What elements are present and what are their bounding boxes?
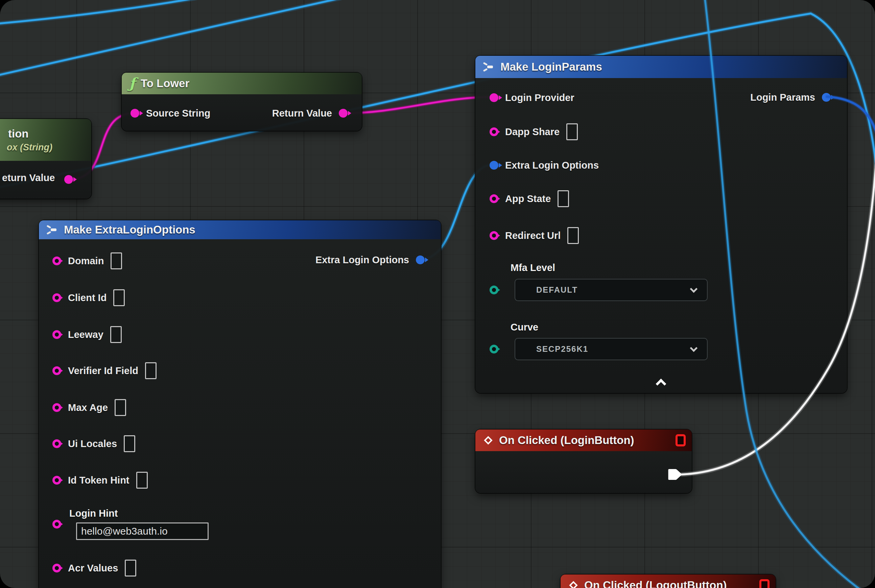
pin-row: Domain [53,254,122,268]
node-on-clicked-logout-button[interactable]: On Clicked (LogoutButton) [561,574,776,588]
chevron-down-icon [690,344,698,352]
pin-label: Return Value [272,108,332,119]
pin-label: Source String [146,108,210,119]
input-pin-id-token-hint[interactable] [53,476,61,484]
chevron-down-icon [690,285,698,293]
value-box-id-token-hint[interactable] [136,472,148,489]
mfa-level-dropdown[interactable]: DEFAULT [514,279,708,301]
input-pin-acr-values[interactable] [53,564,61,573]
input-pin-login-provider[interactable] [490,93,498,102]
pin-row: Extra Login Options [316,252,425,267]
value-box-max-age[interactable] [114,399,126,416]
value-box-acr-values[interactable] [125,560,136,576]
blueprint-canvas[interactable]: tion ox (String) eturn Value ƒ To Lower … [0,0,875,588]
pin-row: Ui Locales [53,436,135,451]
value-box-client-id[interactable] [113,289,125,306]
event-diamond-icon [483,435,494,446]
exec-output-pin[interactable] [668,468,684,481]
pin-label: Acr Values [68,562,118,574]
make-struct-icon [483,62,495,72]
pin-row: Source String [131,106,210,121]
node-title: Make LoginParams [501,60,602,74]
node-partial-function[interactable]: tion ox (String) eturn Value [0,119,91,199]
delegate-badge-icon [759,579,770,588]
output-pin-return-value[interactable] [64,175,73,184]
node-header: tion ox (String) [0,119,91,161]
input-pin-app-state[interactable] [490,194,498,203]
input-pin-dapp-share[interactable] [490,128,498,136]
input-pin-login-hint[interactable] [53,520,61,528]
input-pin-extra-login-options[interactable] [490,161,498,170]
function-icon: ƒ [129,76,135,91]
pin-label: Max Age [68,402,108,413]
input-pin-leeway[interactable] [53,330,61,339]
pin-label-return-value: eturn Value [2,172,55,183]
node-to-lower[interactable]: ƒ To Lower Source String Return Value [122,73,362,131]
node-title: Make ExtraLoginOptions [64,224,195,236]
output-pin-return-value[interactable] [339,109,347,118]
input-pin-ui-locales[interactable] [53,439,61,448]
curve-value: SECP256K1 [536,344,588,354]
mfa-level-label: Mfa Level [511,262,555,273]
pin-row: Acr Values [53,561,136,576]
input-pin-max-age[interactable] [53,403,61,412]
pin-row: Extra Login Options [490,158,599,172]
login-hint-input[interactable] [76,522,209,540]
value-box-redirect-url[interactable] [567,227,579,244]
node-header: ƒ To Lower [122,73,362,94]
mfa-level-value: DEFAULT [536,285,578,295]
pin-label: Id Token Hint [68,475,129,486]
input-pin-verifier-id-field[interactable] [53,366,61,375]
node-title: On Clicked (LoginButton) [499,434,634,447]
pin-label: Verifier Id Field [68,365,138,376]
output-pin-extra-login-options[interactable] [416,255,425,264]
input-pin-curve[interactable] [490,345,498,354]
node-title: tion [8,128,29,140]
pin-label: Domain [68,255,104,267]
node-on-clicked-login-button[interactable]: On Clicked (LoginButton) [475,429,692,493]
curve-dropdown[interactable]: SECP256K1 [514,338,708,360]
node-header: On Clicked (LoginButton) [475,429,692,451]
pin-label: Client Id [68,292,107,303]
pin-label: Extra Login Options [316,255,409,266]
pin-label: Redirect Url [505,230,561,241]
collapse-node-button[interactable] [655,378,666,389]
pin-label: Dapp Share [505,126,559,138]
pin-label: Login Provider [505,92,574,104]
input-pin-client-id[interactable] [53,293,61,302]
event-diamond-icon [568,580,579,588]
pin-row: Redirect Url [490,228,579,243]
pin-label: Ui Locales [68,438,117,450]
node-header: On Clicked (LogoutButton) [561,574,776,588]
pin-row: Login Provider [490,90,574,105]
make-struct-icon [46,225,59,235]
pin-row: Dapp Share [490,124,578,139]
input-pin-mfa-level[interactable] [490,285,498,294]
pin-row: Id Token Hint [53,473,148,488]
value-box-verifier-id-field[interactable] [145,362,156,379]
node-make-extra-login-options[interactable]: Make ExtraLoginOptions Extra Login Optio… [39,220,441,588]
pin-row: Client Id [53,290,125,305]
input-pin-domain[interactable] [53,256,61,265]
node-title: To Lower [141,77,189,90]
value-box-app-state[interactable] [558,190,569,207]
value-box-leeway[interactable] [110,326,122,343]
value-box-domain[interactable] [111,252,122,269]
curve-label: Curve [511,322,538,333]
node-subtitle: ox (String) [7,142,53,153]
pin-label: Extra Login Options [505,160,599,171]
value-box-dapp-share[interactable] [566,123,578,140]
value-box-ui-locales[interactable] [124,435,135,452]
input-pin-source-string[interactable] [131,109,139,118]
output-pin-login-params[interactable] [822,93,831,102]
node-title: On Clicked (LogoutButton) [584,579,727,588]
pin-row: Return Value [272,106,347,121]
pin-row: Max Age [53,400,126,415]
pin-row: Login Params [750,90,831,105]
pin-row: Verifier Id Field [53,363,156,378]
node-make-login-params[interactable]: Make LoginParams Login Params Login Prov… [475,56,847,393]
input-pin-redirect-url[interactable] [490,231,498,240]
node-header: Make ExtraLoginOptions [39,220,441,239]
pin-label: Login Params [750,92,815,103]
node-header: Make LoginParams [475,56,847,78]
